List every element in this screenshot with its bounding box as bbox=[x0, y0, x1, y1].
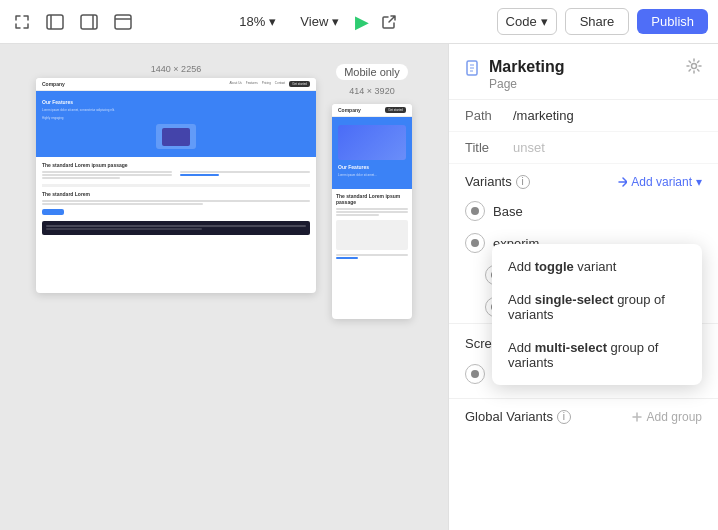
mock-hero-sub1: Lorem ipsum dolor sit amet, consectetur … bbox=[42, 108, 310, 112]
add-variant-button[interactable]: Add variant ▾ bbox=[615, 175, 702, 189]
panel-toggle-button3[interactable] bbox=[110, 10, 136, 34]
code-chevron: ▾ bbox=[541, 14, 548, 29]
variants-title: Variants i bbox=[465, 174, 530, 189]
title-row: Title unset bbox=[449, 132, 718, 164]
mock-feature-col1 bbox=[42, 171, 172, 180]
global-variants-label: Global Variants bbox=[465, 409, 553, 424]
mobile-hero-sub: Lorem ipsum dolor sit amet... bbox=[338, 173, 406, 177]
canvas-area[interactable]: 1440 × 2256 Company About Us Features Pr… bbox=[0, 44, 448, 530]
mock-nav-features: Features bbox=[246, 81, 258, 87]
mock-feature-col2 bbox=[180, 171, 310, 180]
expand-canvas-button[interactable] bbox=[10, 10, 34, 34]
screen-mobile-dot bbox=[471, 370, 479, 378]
mobile-hero-title: Our Features bbox=[338, 164, 406, 170]
page-title: Marketing bbox=[489, 58, 565, 76]
dropdown-item-toggle[interactable]: Add toggle variant bbox=[492, 250, 702, 283]
zoom-level: 18% bbox=[239, 14, 265, 29]
add-group-button[interactable]: Add group bbox=[631, 410, 702, 424]
mock-hero-title: Our Features bbox=[42, 99, 310, 105]
dropdown-item-multi-select[interactable]: Add multi-select group of variants bbox=[492, 331, 702, 379]
mobile-hero-img-bg bbox=[338, 125, 406, 160]
mock-hero-image-inner bbox=[162, 128, 190, 146]
global-variants-title: Global Variants i bbox=[465, 409, 571, 424]
mobile-mock-nav: Company Get started bbox=[332, 104, 412, 117]
mock-link-1 bbox=[180, 174, 219, 176]
play-button[interactable]: ▶ bbox=[355, 11, 369, 33]
panel-toggle-button[interactable] bbox=[42, 10, 68, 34]
mock-nav-contact: Contact bbox=[275, 81, 285, 87]
publish-label: Publish bbox=[651, 14, 694, 29]
add-group-label: Add group bbox=[647, 410, 702, 424]
mock-feature-row1 bbox=[42, 171, 310, 180]
mobile-size-label: 414 × 3920 bbox=[349, 86, 394, 96]
dropdown-bold-toggle: toggle bbox=[535, 259, 574, 274]
gear-icon[interactable] bbox=[686, 58, 702, 78]
desktop-size-label: 1440 × 2256 bbox=[36, 64, 316, 74]
mobile-text-3 bbox=[336, 214, 379, 216]
mock-text-4 bbox=[180, 171, 310, 173]
publish-button[interactable]: Publish bbox=[637, 9, 708, 34]
mock-divider bbox=[42, 184, 310, 187]
view-button[interactable]: View ▾ bbox=[292, 10, 347, 33]
screen-mobile-circle bbox=[465, 364, 485, 384]
path-label: Path bbox=[465, 108, 513, 123]
mock-nav-links: About Us Features Pricing Contact Get st… bbox=[229, 81, 310, 87]
global-variants-section: Global Variants i Add group bbox=[449, 398, 718, 434]
mobile-preview: Company Get started Our Features Lorem i… bbox=[332, 104, 412, 319]
add-variant-chevron: ▾ bbox=[696, 175, 702, 189]
zoom-button[interactable]: 18% ▾ bbox=[231, 10, 284, 33]
right-panel: Marketing Page Path /marketing Title uns… bbox=[448, 44, 718, 530]
mobile-text-4 bbox=[336, 254, 408, 256]
mobile-page-mockup: Company Get started Our Features Lorem i… bbox=[332, 104, 412, 264]
variant-base-label: Base bbox=[493, 204, 523, 219]
mock-dark-text bbox=[46, 225, 306, 227]
preview-container: 1440 × 2256 Company About Us Features Pr… bbox=[36, 64, 412, 319]
share-button[interactable]: Share bbox=[565, 8, 630, 35]
mock-nav-pricing: Pricing bbox=[262, 81, 271, 87]
page-subtitle: Page bbox=[489, 77, 565, 91]
variants-info-icon[interactable]: i bbox=[516, 175, 530, 189]
variant-base-circle bbox=[465, 201, 485, 221]
global-info-icon[interactable]: i bbox=[557, 410, 571, 424]
add-variant-label: Add variant bbox=[631, 175, 692, 189]
mock-text-3 bbox=[42, 177, 120, 179]
page-icon bbox=[465, 60, 481, 80]
view-chevron: ▾ bbox=[332, 14, 339, 29]
mock-logo: Company bbox=[42, 81, 65, 87]
mobile-hero-img bbox=[338, 125, 406, 160]
toolbar-center: 18% ▾ View ▾ ▶ bbox=[144, 10, 489, 34]
toolbar-left bbox=[10, 10, 136, 34]
view-label: View bbox=[300, 14, 328, 29]
panel-toggle-button2[interactable] bbox=[76, 10, 102, 34]
dropdown-item-single-select[interactable]: Add single-select group of variants bbox=[492, 283, 702, 331]
variant-base[interactable]: Base bbox=[449, 195, 718, 227]
mock-feature-title: The standard Lorem ipsum passage bbox=[42, 162, 310, 168]
mock-feature-title2: The standard Lorem bbox=[42, 191, 310, 197]
page-header: Marketing Page bbox=[449, 44, 718, 100]
dropdown-bold-single-select: single-select bbox=[535, 292, 614, 307]
svg-point-10 bbox=[692, 64, 697, 69]
variant-base-dot bbox=[471, 207, 479, 215]
path-value: /marketing bbox=[513, 108, 574, 123]
variants-section-header: Variants i Add variant ▾ bbox=[449, 164, 718, 195]
toolbar: 18% ▾ View ▾ ▶ Code ▾ Share Publish bbox=[0, 0, 718, 44]
desktop-preview: Company About Us Features Pricing Contac… bbox=[36, 78, 316, 293]
external-link-button[interactable] bbox=[377, 10, 401, 34]
page-header-text: Marketing Page bbox=[489, 58, 565, 91]
svg-rect-2 bbox=[81, 15, 97, 29]
desktop-preview-wrapper: 1440 × 2256 Company About Us Features Pr… bbox=[36, 64, 316, 293]
desktop-page-mockup: Company About Us Features Pricing Contac… bbox=[36, 78, 316, 240]
mobile-img-block bbox=[336, 220, 408, 250]
mobile-label: Mobile only bbox=[336, 64, 408, 80]
mock-text-2 bbox=[42, 174, 172, 176]
variant-experiment-dot bbox=[471, 239, 479, 247]
code-button[interactable]: Code ▾ bbox=[497, 8, 557, 35]
title-label: Title bbox=[465, 140, 513, 155]
mock-dark-text2 bbox=[46, 228, 202, 230]
mobile-mock-badge: Get started bbox=[385, 107, 406, 113]
mock-cta-btn bbox=[42, 209, 64, 215]
mobile-mock-hero: Our Features Lorem ipsum dolor sit amet.… bbox=[332, 117, 412, 189]
mock-nav-about: About Us bbox=[229, 81, 241, 87]
mock-hero: Our Features Lorem ipsum dolor sit amet,… bbox=[36, 91, 316, 157]
mobile-features: The standard Lorem ipsum passage bbox=[332, 189, 412, 264]
